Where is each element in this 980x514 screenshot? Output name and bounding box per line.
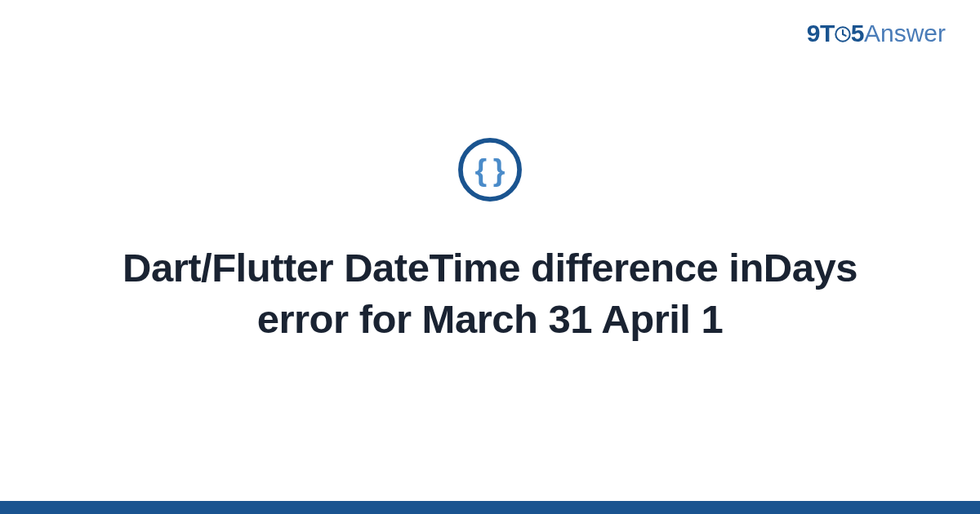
svg-text:{ }: { } (475, 153, 506, 187)
code-braces-icon: { } (457, 136, 523, 203)
page-title: Dart/Flutter DateTime difference inDays … (98, 242, 882, 344)
bottom-accent-bar (0, 501, 980, 514)
main-content: { } Dart/Flutter DateTime difference inD… (0, 0, 980, 514)
